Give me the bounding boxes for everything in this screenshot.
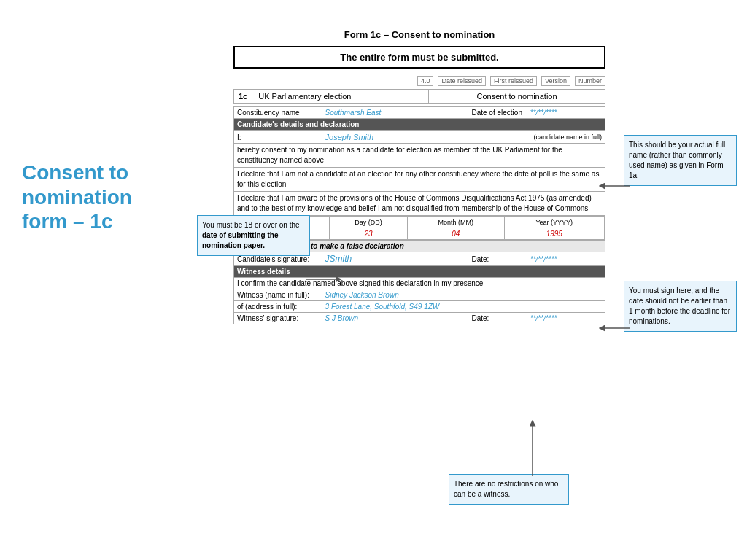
- form-id-date: Date reissued: [438, 76, 486, 86]
- annotation-age-requirement: You must be 18 or over on the date of su…: [197, 215, 310, 256]
- candidate-suffix: (candidate name in full): [527, 131, 605, 144]
- witness-signature-row: Witness' signature: S J Brown Date: **/*…: [234, 313, 605, 324]
- form-id-version: Version: [541, 76, 570, 86]
- page-left-heading: Consent to nomination form – 1c: [22, 160, 160, 234]
- arrow-signature: [598, 317, 631, 339]
- arrow-witness: [522, 419, 543, 478]
- must-submit-notice: The entire form must be submitted.: [233, 46, 605, 69]
- witness-signature-value: S J Brown: [322, 313, 468, 324]
- witness-confirm-row: I confirm the candidate named above sign…: [234, 278, 605, 289]
- form-id-40: 4.0: [417, 76, 434, 86]
- date-election-value: **/**/****: [527, 107, 605, 119]
- form-id-number: Number: [575, 76, 605, 86]
- witness-date-label: Date:: [468, 313, 527, 324]
- election-header: 1c UK Parliamentary election Consent to …: [233, 89, 605, 104]
- form-id-row: 4.0 Date reissued First reissued Version…: [233, 76, 605, 86]
- candidate-section-header-row: Candidate's details and declaration: [234, 119, 605, 131]
- consent-text: hereby consent to my nomination as a can…: [234, 144, 605, 168]
- declaration-2-text: I declare that I am aware of the provisi…: [234, 192, 605, 216]
- witness-confirm-text: I confirm the candidate named above sign…: [234, 278, 605, 289]
- dob-month-value: 04: [408, 228, 504, 240]
- witness-address-row: of (address in full): 3 Forest Lane, Sou…: [234, 301, 605, 313]
- declaration-1-text: I declare that I am not a candidate at a…: [234, 168, 605, 192]
- witness-signature-label: Witness' signature:: [234, 313, 322, 324]
- declaration-2-row: I declare that I am aware of the provisi…: [234, 192, 605, 216]
- witness-name-label: Witness (name in full):: [234, 289, 322, 301]
- annotation-sign-date: You must sign here, and the date should …: [624, 281, 737, 332]
- witness-name-value: Sidney Jackson Brown: [322, 289, 605, 301]
- dob-day-header: Day (DD): [330, 217, 408, 228]
- form-number-cell: 1c: [234, 90, 252, 103]
- dob-day-value: 23: [330, 228, 408, 240]
- dob-month-header: Month (MM): [408, 217, 504, 228]
- annotation-candidate-name: This should be your actual full name (ra…: [624, 135, 737, 186]
- candidate-section-header: Candidate's details and declaration: [234, 119, 605, 131]
- declaration-1-row: I declare that I am not a candidate at a…: [234, 168, 605, 192]
- annotation-witness-note: There are no restrictions on who can be …: [449, 474, 569, 505]
- election-type-cell: UK Parliamentary election: [252, 90, 429, 103]
- arrow-dob: [306, 268, 343, 290]
- consent-type-cell: Consent to nomination: [429, 90, 605, 103]
- candidate-name-value: Joseph Smith: [322, 131, 527, 144]
- date-value: **/**/****: [527, 252, 605, 266]
- form-title: Form 1c – Consent to nomination: [233, 29, 605, 40]
- witness-section-header: Witness details: [234, 266, 605, 278]
- witness-address-label: of (address in full):: [234, 301, 322, 313]
- witness-address-value: 3 Forest Lane, Southfold, S49 1ZW: [322, 301, 605, 313]
- form-container: Form 1c – Consent to nomination The enti…: [233, 29, 605, 324]
- constituency-label: Constituency name: [234, 107, 322, 119]
- witness-name-row: Witness (name in full): Sidney Jackson B…: [234, 289, 605, 301]
- dob-year-header: Year (YYYY): [504, 217, 605, 228]
- date-election-label: Date of election: [468, 107, 527, 119]
- date-label: Date:: [468, 252, 527, 266]
- candidate-name-row: I: Joseph Smith (candidate name in full): [234, 131, 605, 144]
- candidate-i-label: I:: [234, 131, 322, 144]
- signature-value: JSmith: [322, 252, 468, 266]
- form-id-first: First reissued: [490, 76, 537, 86]
- witness-section-header-row: Witness details: [234, 266, 605, 278]
- arrow-candidate-name: [598, 175, 631, 197]
- constituency-row: Constituency name Southmarsh East Date o…: [234, 107, 605, 119]
- constituency-value: Southmarsh East: [322, 107, 468, 119]
- dob-year-value: 1995: [504, 228, 605, 240]
- consent-text-row: hereby consent to my nomination as a can…: [234, 144, 605, 168]
- witness-date-value: **/**/****: [527, 313, 605, 324]
